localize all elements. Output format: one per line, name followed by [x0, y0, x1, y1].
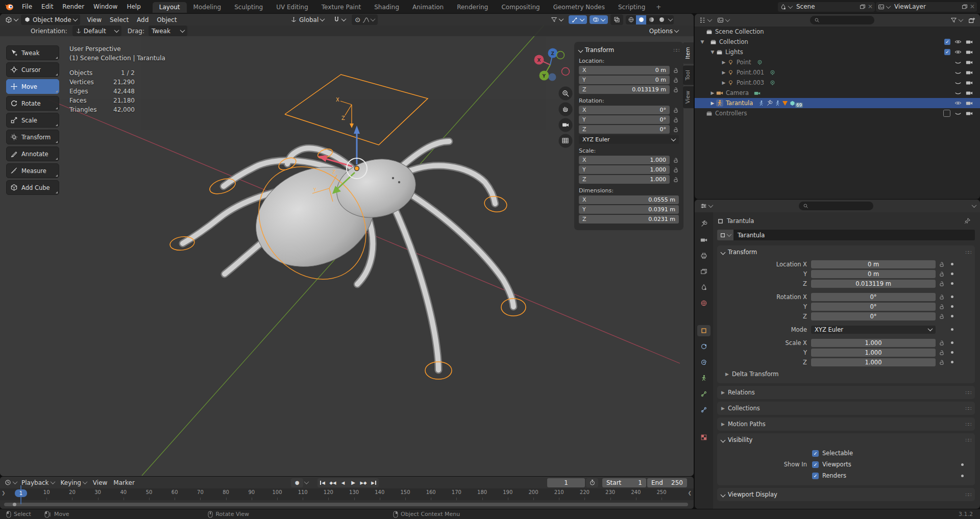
rotation-x-field[interactable]: X0° — [579, 106, 670, 114]
rotation-y-field[interactable]: Y0° — [579, 115, 670, 124]
previous-keyframe-button[interactable]: ◆◀ — [328, 478, 338, 487]
location-x-field[interactable]: 0 m — [811, 260, 936, 268]
shading-dropdown[interactable] — [667, 15, 674, 24]
tab-bone[interactable] — [697, 388, 710, 400]
menu-item[interactable]: Edit — [37, 3, 58, 10]
tab-world[interactable] — [697, 298, 710, 309]
disclosure-closed-icon[interactable]: ▶ — [709, 101, 716, 106]
shading-wireframe-button[interactable] — [626, 15, 636, 24]
location-z-field[interactable]: Z0.013119 m — [579, 85, 670, 94]
lock-icon[interactable] — [936, 359, 948, 365]
animate-dot[interactable] — [951, 282, 953, 285]
options-dropdown[interactable]: Options — [646, 27, 681, 36]
eye-closed-icon[interactable] — [954, 89, 962, 96]
disclosure-closed-icon[interactable]: ▶ — [720, 80, 727, 85]
shading-rendered-button[interactable] — [656, 15, 667, 24]
options-chevron[interactable] — [972, 203, 977, 208]
workspace-tab[interactable]: Layout — [153, 2, 187, 13]
render-visibility-icon[interactable] — [966, 100, 973, 107]
lock-icon[interactable] — [936, 340, 948, 346]
workspace-tab[interactable]: Texture Paint — [315, 2, 368, 13]
scale-x-field[interactable]: 1.000 — [811, 339, 936, 347]
tab-texture[interactable] — [697, 432, 710, 443]
lock-icon[interactable] — [670, 117, 679, 123]
current-frame-indicator[interactable]: 1 — [15, 489, 27, 497]
lock-icon[interactable] — [670, 127, 679, 133]
scale-y-field[interactable]: Y1.000 — [579, 165, 670, 174]
outliner-row-point[interactable]: ▶ Point — [695, 57, 980, 67]
outliner-row-scene-collection[interactable]: Scene Collection — [695, 27, 980, 37]
tab-output[interactable] — [697, 250, 710, 261]
lock-icon[interactable] — [670, 177, 679, 183]
location-x-field[interactable]: X0 m — [579, 66, 670, 75]
exclude-checkbox[interactable]: ✓ — [944, 49, 950, 55]
viewlayer-selector[interactable]: ViewLayer ✕ — [876, 2, 977, 12]
disclosure-closed-icon[interactable]: ▶ — [720, 70, 727, 75]
dimensions-y-field[interactable]: Y0.0391 m — [579, 205, 679, 214]
outliner-search-input[interactable] — [810, 16, 874, 24]
viewport-menu-item[interactable]: Select — [106, 16, 133, 23]
transform-orientation[interactable]: Global — [287, 15, 327, 24]
outliner-row-camera[interactable]: ▶ Camera — [695, 88, 980, 98]
render-visibility-icon[interactable] — [966, 48, 973, 56]
jump-to-start-button[interactable]: ◀ — [317, 478, 328, 487]
workspace-tab[interactable]: Sculpting — [228, 2, 270, 13]
breadcrumb[interactable]: Tarantula — [727, 217, 754, 225]
collapse-icon[interactable] — [578, 47, 583, 53]
motion-paths-panel[interactable]: ▶Motion Paths∷∷ — [717, 417, 975, 431]
exclude-checkbox[interactable] — [943, 110, 950, 117]
orientation-dropdown[interactable]: Default — [72, 26, 121, 36]
animate-dot[interactable] — [961, 475, 964, 477]
viewport-menu-item[interactable]: Add — [133, 16, 153, 23]
render-visibility-icon[interactable] — [966, 69, 973, 76]
scale-y-field[interactable]: 1.000 — [811, 349, 936, 357]
scene-selector[interactable]: Scene ✕ — [778, 2, 875, 12]
render-visibility-icon[interactable] — [966, 59, 973, 66]
show-in-renders-checkbox[interactable]: ✓ — [812, 473, 819, 479]
outliner-row-controllers[interactable]: Controllers — [695, 108, 980, 118]
tab-constraints[interactable] — [697, 341, 710, 352]
lock-icon[interactable] — [936, 281, 948, 287]
axis-neg-y-ball[interactable] — [557, 52, 565, 59]
tool-button[interactable]: Scale — [6, 113, 59, 128]
tool-button[interactable]: Transform — [6, 130, 59, 144]
render-visibility-icon[interactable] — [966, 79, 973, 86]
disclosure-closed-icon[interactable]: ▶ — [709, 90, 716, 95]
copy-icon[interactable] — [860, 4, 866, 10]
timeline-scrollbar[interactable] — [4, 503, 688, 506]
pan-button[interactable] — [559, 103, 573, 116]
axis-neg-x-ball[interactable] — [562, 68, 570, 76]
lock-icon[interactable] — [670, 167, 679, 173]
next-keyframe-button[interactable]: ▶◆ — [358, 478, 369, 487]
lock-icon[interactable] — [936, 261, 948, 267]
lock-icon[interactable] — [936, 271, 948, 277]
workspace-tab[interactable]: Animation — [406, 2, 450, 13]
workspace-tab[interactable]: Scripting — [611, 2, 652, 13]
scale-z-field[interactable]: Z1.000 — [579, 175, 670, 184]
viewlayer-name[interactable]: ViewLayer — [892, 3, 960, 10]
id-type-chip[interactable] — [717, 230, 733, 240]
rotation-x-field[interactable]: 0° — [811, 293, 936, 301]
marker-menu[interactable]: Marker — [110, 478, 137, 487]
panel-grip[interactable]: ∷∷ — [965, 437, 971, 443]
expand-channels-icon[interactable]: ❯ — [2, 490, 6, 496]
tab-view[interactable]: View — [683, 86, 694, 108]
editor-type-button[interactable] — [699, 202, 714, 210]
render-visibility-icon[interactable] — [966, 89, 973, 96]
animate-dot[interactable] — [951, 328, 953, 331]
timeline-track-area[interactable] — [0, 500, 694, 509]
show-overlays-toggle[interactable] — [590, 15, 608, 24]
blender-logo[interactable] — [4, 2, 14, 12]
lock-icon[interactable] — [936, 304, 948, 310]
rotation-z-field[interactable]: Z0° — [579, 125, 670, 134]
eye-closed-icon[interactable] — [954, 59, 962, 66]
tab-scene[interactable] — [697, 282, 710, 293]
collapse-icon[interactable] — [721, 437, 726, 442]
tab-item[interactable]: Item — [683, 42, 694, 64]
rotation-mode-dropdown[interactable]: XYZ Euler — [579, 135, 679, 144]
tab-physics[interactable] — [697, 357, 710, 368]
delta-transform-panel[interactable]: Delta Transform — [732, 370, 779, 378]
mode-selector[interactable]: Object Mode — [21, 14, 80, 25]
tool-button[interactable]: Measure — [6, 163, 59, 178]
end-frame-field[interactable]: End250 — [647, 478, 687, 487]
